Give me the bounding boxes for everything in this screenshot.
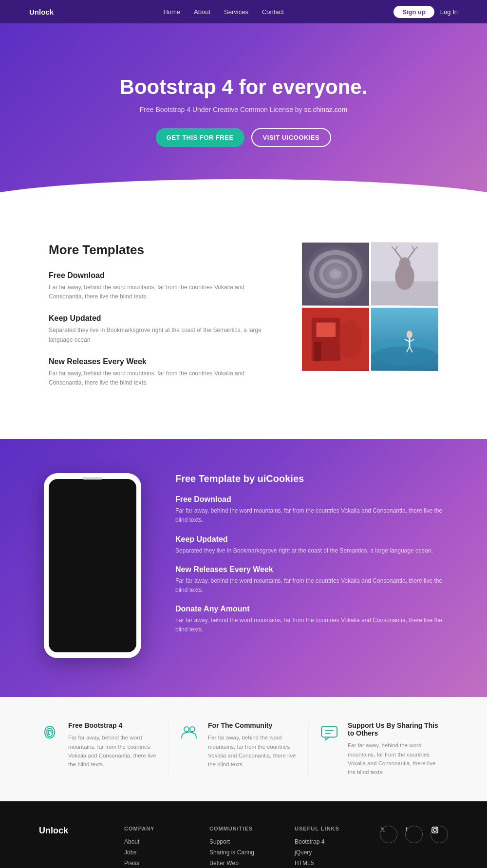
icons-row: Free Bootstrap 4 Far far away, behind th… [0, 697, 487, 801]
footer-link-betterweb[interactable]: Better Web [209, 860, 265, 867]
img-deer [371, 242, 438, 306]
footer-col-communities: Communities Support Sharing is Caring Be… [209, 826, 265, 868]
feature-item-1: Keep Updated Separated they live in Book… [49, 314, 273, 344]
templates-images [302, 242, 438, 371]
svg-point-28 [184, 727, 189, 732]
features-heading: Free Template by uiCookies [175, 473, 448, 484]
hero-link[interactable]: sc.chinaz.com [304, 106, 348, 113]
icon-card-desc-0: Far far away, behind the word mountains,… [68, 733, 159, 769]
icon-card-desc-2: Far far away, behind the word mountains,… [348, 741, 438, 777]
features-text-1: Separated they live in Bookmarksgrove ri… [175, 546, 448, 555]
templates-heading: More Templates [49, 242, 273, 258]
fingerprint-icon [39, 721, 60, 743]
visit-button[interactable]: VISIT UICOOKIES [251, 128, 332, 147]
icon-card-text-1: For The Community Far far away, behind t… [208, 721, 299, 769]
footer-link-support[interactable]: Support [209, 838, 265, 845]
icon-card-title-0: Free Bootstrap 4 [68, 721, 159, 729]
phone-speaker [83, 477, 102, 480]
features-title-3: Donate Any Amount [175, 605, 448, 613]
features-block-0: Free Download Far far away, behind the w… [175, 495, 448, 525]
features-title-0: Free Download [175, 495, 448, 504]
svg-rect-17 [314, 342, 321, 361]
footer-link-jobs[interactable]: Jobs [124, 849, 180, 856]
feature-title-1: Keep Updated [49, 314, 273, 323]
footer-link-html5[interactable]: HTML5 [295, 860, 351, 867]
feature-title-2: New Releases Every Week [49, 357, 273, 366]
svg-point-35 [436, 828, 437, 829]
features-title-1: Keep Updated [175, 535, 448, 544]
nav-contact[interactable]: Contact [262, 8, 284, 16]
templates-section: More Templates Free Download Far far awa… [0, 208, 487, 439]
nav-services[interactable]: Services [224, 8, 248, 16]
features-block-1: Keep Updated Separated they live in Book… [175, 535, 448, 555]
footer-col-links: Useful Links Bootstrap 4 jQuery HTML5 Sa… [295, 826, 351, 868]
nav-logo: Unlock [29, 8, 54, 16]
footer-brand: Unlock [39, 826, 95, 868]
phone-screen [49, 479, 136, 652]
footer-social-col: 𝕏 f [380, 826, 448, 868]
share-icon [318, 721, 340, 743]
footer-col-heading-2: Useful Links [295, 826, 351, 831]
footer-col-company: Company About Jobs Press News [124, 826, 180, 868]
hero-section: Bootstrap 4 for everyone. Free Bootstrap… [0, 23, 487, 208]
footer: Unlock Company About Jobs Press News Com… [0, 801, 487, 868]
people-icon [179, 721, 200, 743]
footer-link-press[interactable]: Press [124, 860, 180, 867]
features-block-2: New Releases Every Week Far far away, be… [175, 565, 448, 595]
svg-point-7 [399, 258, 411, 271]
icon-card-title-1: For The Community [208, 721, 299, 729]
footer-top: Unlock Company About Jobs Press News Com… [39, 826, 448, 868]
img-red [302, 308, 369, 371]
feature-item-2: New Releases Every Week Far far away, be… [49, 357, 273, 388]
footer-col-heading-0: Company [124, 826, 180, 831]
instagram-icon[interactable] [431, 826, 448, 843]
facebook-icon[interactable]: f [405, 826, 423, 843]
feature-text-2: Far far away, behind the word mountains,… [49, 369, 273, 388]
footer-col-heading-1: Communities [209, 826, 265, 831]
icon-card-text-2: Support Us By Sharing This to Others Far… [348, 721, 438, 777]
icon-card-2: Support Us By Sharing This to Others Far… [309, 721, 448, 777]
nav-actions: Sign up Log In [393, 6, 458, 18]
img-surf [371, 308, 438, 371]
icon-card-0: Free Bootstrap 4 Far far away, behind th… [39, 721, 169, 777]
footer-logo: Unlock [39, 826, 95, 836]
features-text-3: Far far away, behind the word mountains,… [175, 616, 448, 634]
svg-rect-33 [432, 827, 438, 833]
features-section: Free Template by uiCookies Free Download… [0, 439, 487, 697]
feature-text-0: Far far away, behind the word mountains,… [49, 283, 273, 301]
svg-point-34 [433, 829, 436, 831]
features-text-0: Far far away, behind the word mountains,… [175, 506, 448, 525]
svg-rect-30 [321, 726, 337, 737]
navbar: Unlock Home About Services Contact Sign … [0, 0, 487, 23]
feature-text-1: Separated they live in Bookmarksgrove ri… [49, 326, 273, 344]
nav-about[interactable]: About [194, 8, 210, 16]
icon-card-text-0: Free Bootstrap 4 Far far away, behind th… [68, 721, 159, 769]
svg-point-3 [330, 269, 341, 279]
twitter-icon[interactable]: 𝕏 [380, 826, 397, 843]
feature-item-0: Free Download Far far away, behind the w… [49, 271, 273, 301]
get-free-button[interactable]: GET THIS FOR FREE [156, 128, 244, 147]
login-button[interactable]: Log In [440, 8, 458, 16]
phone-outer [44, 473, 141, 658]
hero-title: Bootstrap 4 for everyone. [120, 75, 368, 99]
features-text-2: Far far away, behind the word mountains,… [175, 576, 448, 595]
svg-point-29 [190, 727, 195, 732]
footer-link-sharing[interactable]: Sharing is Caring [209, 849, 265, 856]
nav-links: Home About Services Contact [163, 8, 283, 16]
img-spiral [302, 242, 369, 306]
phone-mockup [39, 473, 146, 658]
hero-buttons: GET THIS FOR FREE VISIT UICOOKIES [156, 128, 331, 147]
footer-link-about[interactable]: About [124, 838, 180, 845]
features-content: Free Template by uiCookies Free Download… [175, 473, 448, 644]
svg-point-21 [371, 347, 438, 366]
svg-point-22 [407, 331, 412, 338]
nav-home[interactable]: Home [163, 8, 180, 16]
footer-link-jquery[interactable]: jQuery [295, 849, 351, 856]
icon-card-desc-1: Far far away, behind the word mountains,… [208, 733, 299, 769]
features-title-2: New Releases Every Week [175, 565, 448, 574]
icon-card-1: For The Community Far far away, behind t… [169, 721, 309, 777]
templates-text: More Templates Free Download Far far awa… [49, 242, 273, 400]
signup-button[interactable]: Sign up [393, 6, 434, 18]
footer-social: 𝕏 f [380, 826, 448, 847]
footer-link-bootstrap[interactable]: Bootstrap 4 [295, 838, 351, 845]
